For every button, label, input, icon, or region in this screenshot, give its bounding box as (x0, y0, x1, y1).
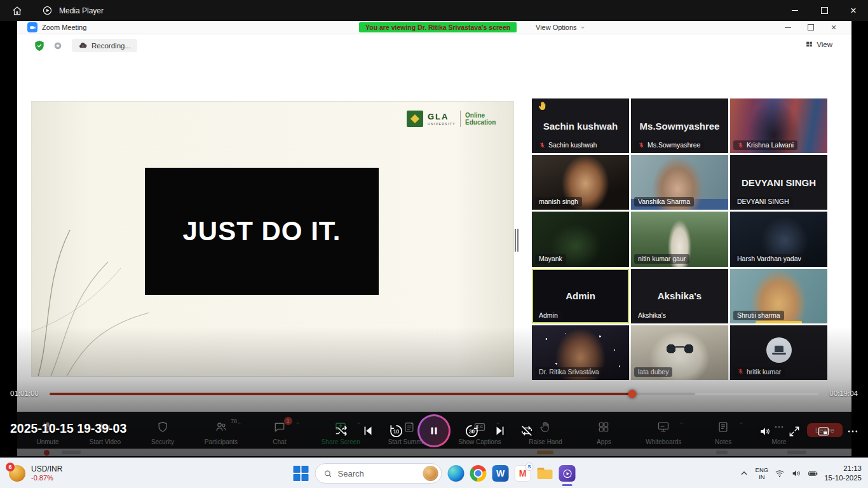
slide-text: JUST DO IT. (182, 216, 341, 247)
next-track-button[interactable] (493, 424, 507, 438)
meeting-security-shield-icon[interactable] (33, 39, 46, 52)
zoom-toolbar-button[interactable]: 1 Chat (266, 421, 294, 445)
seek-bar[interactable] (50, 393, 818, 395)
widget-badge: 6 (6, 463, 15, 471)
zoom-toolbar-button[interactable]: Raise Hand (529, 421, 562, 445)
participant-tile: DEVYANI SINGH DEVYANI SINGH (730, 155, 827, 210)
participant-tile: Krishna Lalwani (730, 98, 827, 153)
language-indicator[interactable]: ENG IN (756, 466, 769, 481)
hat-icon (772, 346, 786, 355)
participant-name-label: Vanshika Sharma (634, 197, 694, 207)
participant-name-label: Sachin kushwah (535, 140, 600, 150)
strip-blob (62, 451, 81, 454)
split-handle[interactable] (515, 229, 519, 252)
video-filename: 2025-10-15 19-39-03 (10, 421, 126, 436)
search-icon (323, 469, 333, 478)
file-explorer-icon[interactable] (537, 465, 553, 482)
more-options-button[interactable] (846, 425, 859, 438)
zoom-toolbar-button[interactable]: Whiteboards (646, 421, 681, 445)
volume-button[interactable] (759, 425, 771, 438)
player-controls: 10 30 (334, 414, 534, 447)
zoom-toolbar-button[interactable]: 78 Participants (205, 421, 238, 445)
participant-name-label: Akshika's (634, 311, 670, 320)
pause-button[interactable] (417, 414, 451, 447)
zoom-topbar: Recording... View (17, 34, 851, 58)
clock[interactable]: 21:13 15-10-2025 (824, 464, 864, 483)
notification-badge: 1 (284, 417, 292, 425)
mail-icon[interactable]: MS (515, 465, 531, 482)
word-icon[interactable]: W (492, 465, 509, 482)
zoom-toolbar-button[interactable]: Notes (709, 421, 737, 445)
wifi-icon[interactable] (775, 468, 785, 478)
participant-name-label: Krishna Lalwani (733, 140, 797, 150)
gla-logo-icon (407, 111, 423, 127)
seek-handle[interactable] (628, 390, 637, 398)
participant-tile: Admin Admin (532, 269, 629, 323)
repeat-button[interactable] (520, 424, 534, 438)
toolbar-label: Participants (205, 438, 238, 445)
zoom-maximize-button[interactable] (799, 21, 822, 34)
view-label: View (817, 41, 832, 48)
strip-blob (787, 451, 806, 454)
participant-name-label: Dr. Ritika Srivastava (535, 367, 603, 377)
toolbar-label: More (772, 438, 787, 445)
close-icon: × (831, 23, 836, 32)
speaker-icon[interactable] (791, 468, 801, 478)
tray-chevron-icon[interactable] (739, 468, 749, 478)
widgets-button[interactable]: 6 USD/INR -0.87% (5, 458, 66, 488)
media-player-titlebar: Media Player × (0, 0, 868, 21)
toolbar-icon (215, 421, 227, 433)
maximize-button[interactable] (810, 0, 839, 21)
toolbar-label: Raise Hand (529, 438, 562, 445)
svg-text:30: 30 (469, 428, 475, 434)
home-button[interactable] (8, 0, 27, 21)
window-title: Media Player (59, 6, 104, 15)
shared-screen-slide: JUST DO IT. GLA UNIVERSITY Online Educat… (32, 102, 513, 376)
edge-icon[interactable] (448, 465, 465, 482)
zoom-close-button[interactable]: × (822, 21, 845, 34)
view-button[interactable]: View (805, 40, 832, 48)
chrome-icon[interactable] (470, 465, 487, 482)
taskbar: 6 USD/INR -0.87% Search W MS ENG (0, 458, 868, 488)
zoom-titlebar: Zoom Meeting You are viewing Dr. Ritika … (17, 21, 851, 34)
encryption-badge-icon (53, 41, 63, 51)
muted-mic-icon (638, 142, 645, 149)
shuffle-button[interactable] (334, 424, 348, 438)
participant-tile: Mayank (532, 212, 629, 266)
participant-name-label: Admin (535, 311, 562, 320)
zoom-minimize-button[interactable] (776, 21, 799, 34)
zoom-window-title: Zoom Meeting (42, 24, 86, 31)
maximize-icon (821, 7, 828, 14)
participant-tile: hritik kumar (730, 325, 827, 380)
battery-icon[interactable] (808, 468, 818, 478)
zoom-toolbar-button[interactable]: Security (149, 421, 177, 445)
close-button[interactable]: × (839, 0, 868, 21)
media-player-taskbar-icon[interactable] (559, 465, 576, 482)
skip-back-10-button[interactable]: 10 (388, 423, 405, 440)
gla-logo-tagline: Online Education (465, 112, 501, 126)
zoom-toolbar-button[interactable]: Apps (590, 421, 618, 445)
miniplayer-button[interactable] (817, 425, 830, 438)
toolbar-icon (717, 421, 729, 433)
minimize-button[interactable] (780, 0, 810, 21)
skip-forward-30-button[interactable]: 30 (463, 423, 480, 440)
search-box[interactable]: Search (315, 463, 442, 484)
slide-text-box: JUST DO IT. (145, 168, 379, 295)
view-options-button[interactable]: View Options (536, 22, 586, 33)
recording-label: Recording... (92, 42, 131, 50)
search-placeholder: Search (338, 469, 418, 478)
toolbar-label: Security (151, 438, 174, 445)
cloud-recording-icon (78, 41, 88, 50)
muted-mic-icon (737, 368, 744, 375)
participant-tile: Akshika's Akshika's (631, 269, 728, 323)
participant-tile: lata dubey (631, 325, 728, 380)
start-button[interactable] (293, 465, 309, 482)
fullscreen-button[interactable] (788, 425, 801, 438)
chevron-up-icon (295, 421, 301, 426)
chevron-up-icon (679, 421, 684, 426)
minimize-icon (785, 27, 791, 28)
previous-track-button[interactable] (361, 424, 375, 438)
remaining-time: 00:19:04 (829, 390, 858, 397)
toolbar-icon (657, 421, 670, 433)
gla-logo: GLA UNIVERSITY Online Education (407, 111, 501, 127)
